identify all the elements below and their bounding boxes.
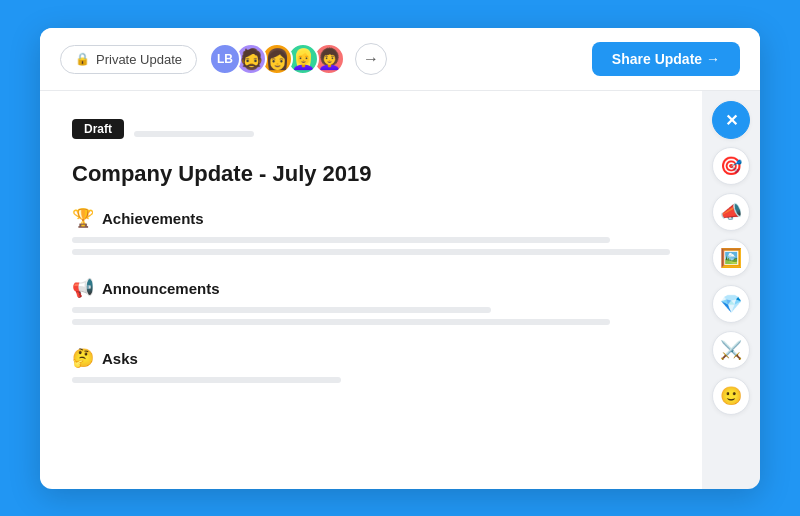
announcements-label: Announcements [102,280,220,297]
emoji-tool-button[interactable]: 🙂 [712,377,750,415]
content-line [72,249,670,255]
image-tool-button[interactable]: 🖼️ [712,239,750,277]
section-asks: 🤔 Asks [72,347,670,383]
close-button[interactable]: ✕ [712,101,750,139]
draft-badge: Draft [72,119,124,139]
private-update-button[interactable]: 🔒 Private Update [60,45,197,74]
achievements-label: Achievements [102,210,204,227]
private-update-label: Private Update [96,52,182,67]
sidebar-tools: ✕ 🎯 📣 🖼️ 💎 ⚔️ 🙂 [702,91,760,489]
document-title: Company Update - July 2019 [72,161,670,187]
section-header-announcements: 📢 Announcements [72,277,670,299]
content-area: Draft Company Update - July 2019 🏆 Achie… [40,91,760,489]
content-line [72,307,491,313]
lock-icon: 🔒 [75,52,90,66]
share-update-button[interactable]: Share Update → [592,42,740,76]
megaphone-icon: 📢 [72,277,94,299]
main-container: 🔒 Private Update LB 🧔 👩 👱‍♀️ 👩‍🦱 → Share… [40,28,760,488]
avatar-lb: LB [209,43,241,75]
document-content: Draft Company Update - July 2019 🏆 Achie… [40,91,702,489]
thinking-icon: 🤔 [72,347,94,369]
avatar-arrow-button[interactable]: → [355,43,387,75]
megaphone-tool-button[interactable]: 📣 [712,193,750,231]
share-update-label: Share Update → [612,51,720,67]
section-achievements: 🏆 Achievements [72,207,670,255]
section-header-achievements: 🏆 Achievements [72,207,670,229]
section-header-asks: 🤔 Asks [72,347,670,369]
asks-label: Asks [102,350,138,367]
title-line-decoration [134,131,254,137]
toolbar: 🔒 Private Update LB 🧔 👩 👱‍♀️ 👩‍🦱 → Share… [40,28,760,91]
content-line [72,237,610,243]
trophy-icon: 🏆 [72,207,94,229]
diamond-tool-button[interactable]: 💎 [712,285,750,323]
section-announcements: 📢 Announcements [72,277,670,325]
content-line [72,377,341,383]
avatars-row: LB 🧔 👩 👱‍♀️ 👩‍🦱 → [209,43,387,75]
content-line [72,319,610,325]
target-tool-button[interactable]: 🎯 [712,147,750,185]
toolbar-left: 🔒 Private Update LB 🧔 👩 👱‍♀️ 👩‍🦱 → [60,43,387,75]
tools-button[interactable]: ⚔️ [712,331,750,369]
